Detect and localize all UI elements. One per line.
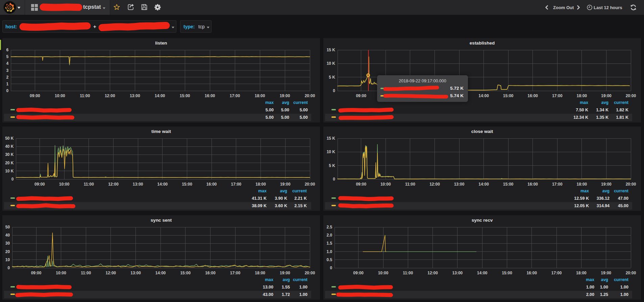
svg-text:10 K: 10 K <box>327 61 336 66</box>
svg-text:3: 3 <box>6 68 9 73</box>
svg-text:47.00: 47.00 <box>618 196 628 201</box>
svg-text:5 K: 5 K <box>329 163 335 168</box>
svg-text:3.90 K: 3.90 K <box>275 196 287 201</box>
svg-text:1.82 K: 1.82 K <box>616 108 628 112</box>
svg-text:max: max <box>258 189 267 193</box>
svg-text:30 K: 30 K <box>5 152 14 157</box>
svg-text:12.59 K: 12.59 K <box>574 196 589 201</box>
svg-text:18:00: 18:00 <box>577 182 587 187</box>
svg-text:current: current <box>292 189 307 193</box>
svg-text:18:00: 18:00 <box>576 271 587 275</box>
svg-text:1.00: 1.00 <box>299 285 307 290</box>
svg-text:19:00: 19:00 <box>601 271 611 275</box>
svg-text:13:00: 13:00 <box>452 271 463 275</box>
svg-text:current: current <box>293 100 308 105</box>
svg-text:avg: avg <box>602 189 610 193</box>
svg-text:10:00: 10:00 <box>56 271 66 275</box>
svg-text:5.00: 5.00 <box>300 115 308 120</box>
svg-text:avg: avg <box>282 100 289 105</box>
svg-text:max: max <box>265 277 273 282</box>
svg-text:1.81 K: 1.81 K <box>616 115 628 120</box>
svg-text:10 K: 10 K <box>5 169 14 173</box>
svg-text:09:00: 09:00 <box>356 182 366 187</box>
svg-text:1.72: 1.72 <box>282 292 290 297</box>
svg-text:20 K: 20 K <box>5 161 14 165</box>
svg-text:12.05 K: 12.05 K <box>574 203 589 208</box>
svg-text:6: 6 <box>6 48 9 52</box>
svg-text:5 K: 5 K <box>329 75 335 80</box>
svg-text:11:00: 11:00 <box>403 271 413 275</box>
svg-text:3.60 K: 3.60 K <box>275 203 287 208</box>
svg-text:14:00: 14:00 <box>477 271 488 275</box>
svg-text:38.09 K: 38.09 K <box>252 203 267 208</box>
svg-text:max: max <box>580 100 588 105</box>
svg-text:11:00: 11:00 <box>81 271 91 275</box>
svg-text:13:00: 13:00 <box>130 93 140 98</box>
svg-text:2: 2 <box>6 75 9 80</box>
svg-text:2.00: 2.00 <box>586 292 594 297</box>
svg-text:max: max <box>580 189 589 193</box>
svg-text:12:00: 12:00 <box>108 182 119 187</box>
svg-text:4: 4 <box>6 61 9 66</box>
svg-text:16:00: 16:00 <box>527 93 538 98</box>
svg-text:avg: avg <box>601 277 608 282</box>
svg-text:1.0: 1.0 <box>327 249 332 254</box>
svg-text:19:00: 19:00 <box>280 93 290 98</box>
svg-text:11:00: 11:00 <box>405 182 415 187</box>
svg-text:20:00: 20:00 <box>626 182 636 187</box>
svg-text:09:00: 09:00 <box>353 271 364 275</box>
svg-text:13.00: 13.00 <box>263 285 273 290</box>
svg-text:13:00: 13:00 <box>454 182 465 187</box>
svg-text:1.00: 1.00 <box>620 292 628 297</box>
svg-text:43.00: 43.00 <box>263 292 273 297</box>
svg-text:5.00: 5.00 <box>281 108 289 112</box>
svg-text:10 K: 10 K <box>327 149 336 154</box>
svg-text:1.00: 1.00 <box>620 285 628 290</box>
svg-text:314.94: 314.94 <box>597 203 610 208</box>
svg-text:15:00: 15:00 <box>503 93 514 98</box>
svg-text:50: 50 <box>5 225 10 229</box>
svg-text:0: 0 <box>8 266 10 270</box>
svg-text:max: max <box>586 277 594 282</box>
svg-text:18:00: 18:00 <box>255 93 265 98</box>
svg-text:1.00: 1.00 <box>586 285 594 290</box>
svg-text:0: 0 <box>333 88 335 93</box>
svg-text:10:00: 10:00 <box>55 93 65 98</box>
svg-text:max: max <box>265 100 274 105</box>
svg-text:20:00: 20:00 <box>626 271 636 275</box>
svg-text:avg: avg <box>601 100 609 105</box>
svg-text:1.35 K: 1.35 K <box>596 115 609 120</box>
svg-text:5.00: 5.00 <box>266 108 274 112</box>
svg-text:11:00: 11:00 <box>84 182 94 187</box>
svg-text:14:00: 14:00 <box>155 93 165 98</box>
svg-text:1.55: 1.55 <box>282 285 290 290</box>
svg-text:19:00: 19:00 <box>280 182 291 187</box>
svg-text:14:00: 14:00 <box>157 182 168 187</box>
svg-text:17:00: 17:00 <box>230 93 240 98</box>
svg-text:45.00: 45.00 <box>618 203 628 208</box>
svg-text:5: 5 <box>6 54 9 59</box>
svg-text:current: current <box>614 277 629 282</box>
svg-text:5.00: 5.00 <box>266 115 274 120</box>
svg-text:50 K: 50 K <box>5 136 14 141</box>
svg-text:15:00: 15:00 <box>180 93 190 98</box>
svg-text:14:00: 14:00 <box>478 93 489 98</box>
svg-text:10:00: 10:00 <box>59 182 70 187</box>
svg-text:336.12: 336.12 <box>597 196 610 201</box>
svg-text:2.5: 2.5 <box>327 225 332 229</box>
svg-text:14:00: 14:00 <box>478 182 489 187</box>
svg-text:current: current <box>614 100 629 105</box>
svg-text:15:00: 15:00 <box>180 271 191 275</box>
svg-text:20:00: 20:00 <box>305 182 315 187</box>
svg-text:12:00: 12:00 <box>429 182 440 187</box>
svg-text:2.21 K: 2.21 K <box>294 196 307 201</box>
svg-text:7.50 K: 7.50 K <box>576 108 588 112</box>
svg-text:1.5: 1.5 <box>327 241 332 246</box>
svg-text:17:00: 17:00 <box>230 271 241 275</box>
svg-text:0: 0 <box>333 177 335 182</box>
svg-text:12:00: 12:00 <box>106 271 116 275</box>
svg-text:40: 40 <box>5 233 10 238</box>
svg-text:40 K: 40 K <box>5 144 14 149</box>
svg-text:0: 0 <box>330 266 332 270</box>
svg-text:2.0: 2.0 <box>327 233 332 238</box>
